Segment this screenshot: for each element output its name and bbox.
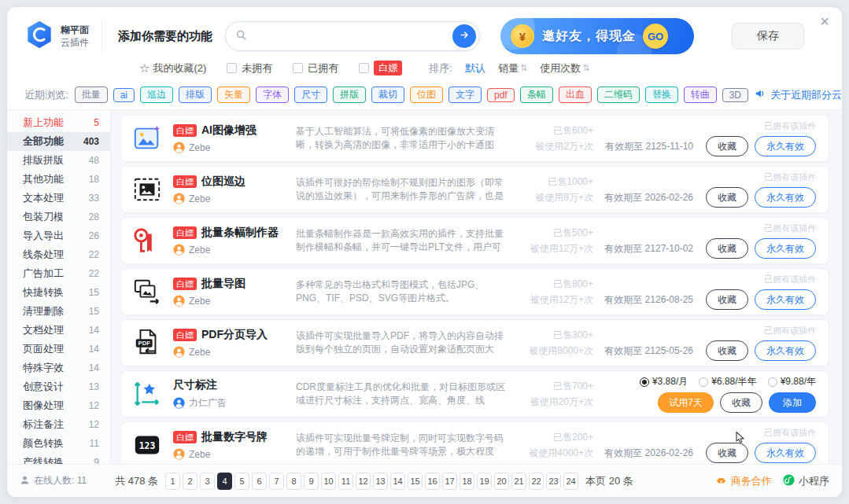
favorite-button[interactable]: 收藏 (720, 392, 762, 413)
permanent-button[interactable]: 永久有效 (755, 238, 816, 259)
sidebar-item[interactable]: 颜色转换11 (7, 434, 110, 453)
sidebar-item[interactable]: 包装刀模28 (7, 208, 110, 226)
radio-icon[interactable] (699, 377, 708, 387)
sidebar-item[interactable]: 页面处理14 (7, 340, 110, 359)
save-button[interactable]: 保存 (732, 23, 804, 50)
page-button[interactable]: 3 (200, 473, 215, 490)
sidebar-item[interactable]: 排版拼版48 (7, 151, 110, 170)
checkbox-icon[interactable] (227, 63, 237, 73)
miniapp-link[interactable]: 小程序 (783, 474, 829, 488)
sidebar-item[interactable]: 其他功能18 (7, 170, 110, 189)
tag-chip[interactable]: pdf (487, 88, 515, 102)
favorite-button[interactable]: 收藏 (706, 289, 748, 310)
radio-icon[interactable] (640, 377, 649, 387)
plugin-title[interactable]: 批量条幅制作器 (201, 226, 279, 240)
page-button[interactable]: 19 (477, 473, 492, 490)
sidebar-item[interactable]: 标注备注12 (7, 415, 110, 434)
permanent-button[interactable]: 永久有效 (755, 187, 816, 208)
price-option[interactable]: ¥9.88/年 (768, 375, 816, 388)
sidebar-item[interactable]: 图像处理12 (7, 396, 110, 415)
search-input[interactable] (247, 30, 452, 43)
tag-chip[interactable]: 拼版 (333, 86, 366, 103)
permanent-button[interactable]: 永久有效 (755, 289, 816, 310)
page-button[interactable]: 17 (442, 473, 457, 490)
sidebar-item[interactable]: 全部功能403 (7, 132, 110, 151)
sidebar-item[interactable]: 清理删除15 (7, 302, 110, 321)
search-submit-button[interactable] (452, 24, 476, 48)
page-button[interactable]: 1 (165, 473, 180, 490)
plugin-title[interactable]: 位图巡边 (201, 175, 245, 189)
page-button[interactable]: 15 (408, 473, 423, 490)
favorite-button[interactable]: 收藏 (706, 136, 748, 156)
sidebar-item[interactable]: 新上功能5 (7, 113, 110, 132)
my-favorites-filter[interactable]: ☆ 我的收藏(2) (139, 61, 206, 75)
tag-chip[interactable]: 巡边 (140, 86, 173, 103)
price-option[interactable]: ¥6.88/半年 (699, 375, 756, 388)
tag-chip[interactable]: 排版 (179, 86, 212, 103)
sidebar-item[interactable]: 文本处理33 (7, 189, 110, 208)
add-button[interactable]: 添加 (769, 392, 816, 413)
tag-chip[interactable]: 二维码 (597, 86, 640, 103)
sidebar-item[interactable]: 特殊字效14 (7, 359, 110, 377)
sidebar-item[interactable]: 产线转换9 (7, 453, 110, 464)
go-button[interactable]: GO (643, 24, 668, 49)
page-button[interactable]: 10 (321, 473, 336, 490)
tag-chip[interactable]: ai (113, 88, 135, 102)
checkbox-icon[interactable] (293, 63, 303, 73)
close-icon[interactable]: × (820, 13, 829, 29)
page-button[interactable]: 13 (373, 473, 388, 490)
page-button[interactable]: 18 (460, 473, 474, 490)
announcement-link[interactable]: 关于近期部分云插件功能下架的公告 (755, 88, 843, 102)
page-button[interactable]: 2 (183, 473, 197, 490)
tag-chip[interactable]: 替换 (645, 86, 678, 103)
plugin-title[interactable]: AI图像增强 (201, 123, 257, 138)
plugin-title[interactable]: PDF分页导入 (201, 328, 268, 342)
filter-owned[interactable]: 已拥有 (293, 61, 338, 75)
tag-chip[interactable]: 出血 (559, 86, 592, 103)
plugin-title[interactable]: 批量导图 (201, 277, 245, 291)
page-button[interactable]: 6 (252, 473, 267, 490)
favorite-button[interactable]: 收藏 (706, 187, 748, 208)
sidebar-item[interactable]: 快捷转换15 (7, 283, 110, 302)
tag-chip[interactable]: 3D (722, 88, 748, 102)
tag-chip[interactable]: 文字 (448, 86, 482, 103)
page-button[interactable]: 4 (217, 473, 232, 490)
page-button[interactable]: 21 (511, 473, 526, 490)
tag-chip[interactable]: 批量 (75, 86, 108, 103)
page-button[interactable]: 8 (286, 473, 301, 490)
sort-usage[interactable]: 使用次数 ⇅ (540, 61, 589, 75)
sort-default[interactable]: 默认 (465, 61, 485, 75)
sidebar-item[interactable]: 线条处理22 (7, 245, 110, 264)
page-button[interactable]: 22 (529, 473, 544, 490)
filter-free[interactable]: 白嫖 (359, 61, 402, 75)
permanent-button[interactable]: 永久有效 (755, 443, 816, 463)
favorite-button[interactable]: 收藏 (706, 443, 748, 463)
filter-unowned[interactable]: 未拥有 (227, 61, 272, 75)
favorite-button[interactable]: 收藏 (706, 340, 748, 361)
permanent-button[interactable]: 永久有效 (755, 136, 816, 156)
page-button[interactable]: 23 (546, 473, 561, 490)
page-button[interactable]: 11 (338, 473, 353, 490)
tag-chip[interactable]: 尺寸 (294, 86, 327, 103)
business-cooperation-link[interactable]: 商务合作 (715, 474, 772, 488)
invite-banner[interactable]: ¥ 邀好友，得现金 GO (500, 18, 694, 54)
sidebar-item[interactable]: 创意设计13 (7, 377, 110, 396)
sidebar-item[interactable]: 导入导出26 (7, 226, 110, 245)
favorite-button[interactable]: 收藏 (706, 238, 748, 259)
tag-chip[interactable]: 位图 (410, 86, 443, 103)
page-button[interactable]: 12 (356, 473, 371, 490)
permanent-button[interactable]: 永久有效 (755, 340, 816, 361)
plugin-title[interactable]: 批量数字号牌 (201, 430, 268, 444)
sort-sales[interactable]: 销量 ⇅ (498, 61, 527, 75)
page-button[interactable]: 7 (269, 473, 284, 490)
tag-chip[interactable]: 裁切 (371, 86, 404, 103)
page-button[interactable]: 5 (234, 473, 249, 490)
page-button[interactable]: 9 (304, 473, 319, 490)
price-option[interactable]: ¥3.88/月 (640, 375, 688, 388)
sidebar-item[interactable]: 文档处理14 (7, 321, 110, 340)
page-button[interactable]: 24 (563, 473, 578, 490)
tag-chip[interactable]: 字体 (256, 86, 289, 103)
radio-icon[interactable] (768, 377, 777, 387)
checkbox-icon[interactable] (359, 63, 369, 73)
page-button[interactable]: 14 (390, 473, 405, 490)
